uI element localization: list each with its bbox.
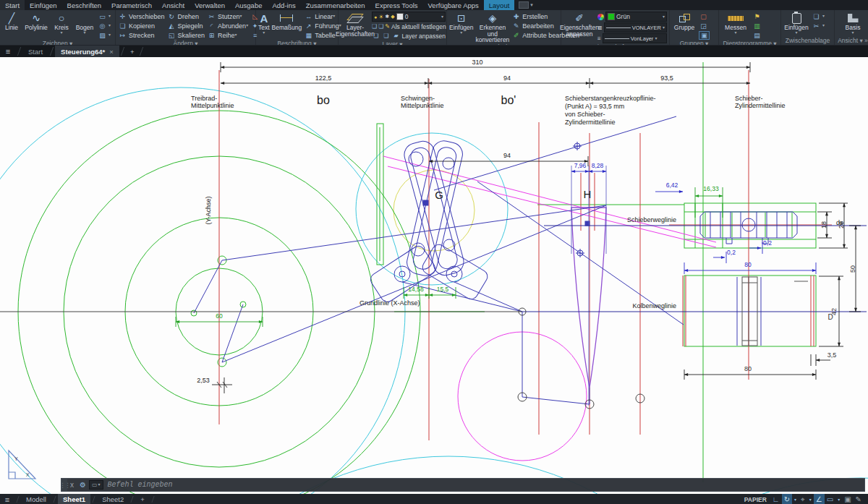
panel-title-beschriftung[interactable]: Beschriftung ▾ bbox=[256, 40, 338, 46]
annotation-monitor-icon[interactable]: ✎ bbox=[854, 494, 864, 504]
ribbon-tab-express-tools[interactable]: Express Tools bbox=[370, 0, 423, 10]
drawing-canvas[interactable]: Y X bbox=[0, 57, 868, 494]
gruppenauswahl-button[interactable]: ▣ bbox=[699, 30, 711, 40]
tab-sheet1[interactable]: Sheet1 bbox=[58, 494, 90, 504]
base-view-icon bbox=[848, 12, 859, 25]
panel-title-zwischenablage[interactable]: Zwischenablage bbox=[781, 37, 834, 45]
dynamic-input-icon[interactable]: ▭ bbox=[825, 494, 835, 504]
strecken-label: Strecken bbox=[129, 32, 155, 39]
polar-caret-icon[interactable]: ▾ bbox=[792, 494, 799, 504]
panel-title-gruppen[interactable]: Gruppen ▾ bbox=[670, 40, 718, 46]
polar-tracking-icon[interactable]: ↻ bbox=[782, 494, 792, 504]
spiegeln-button[interactable]: ◭Spiegeln bbox=[167, 21, 205, 30]
close-icon[interactable]: × bbox=[109, 48, 114, 56]
abrunden-button[interactable]: ◜Abrunden▾ bbox=[207, 21, 248, 30]
stutzen-button[interactable]: ✂Stutzen▾ bbox=[207, 12, 248, 21]
block-einfuegen-button[interactable]: ⊡Einfügen▾ bbox=[449, 12, 474, 35]
ellipse-button[interactable]: ◎▾ bbox=[98, 21, 111, 30]
schraffur-button[interactable]: ▨▾ bbox=[98, 30, 111, 40]
tab-modell[interactable]: Modell bbox=[21, 494, 51, 504]
erkennen-konvertieren-button[interactable]: ◈Erkennen und konvertieren bbox=[476, 12, 510, 43]
layer-eigenschaften-button[interactable]: Layer-Eigenschaften bbox=[341, 12, 370, 37]
ribbon-tab-verwalten[interactable]: Verwalten bbox=[190, 0, 230, 10]
gruppe-bearbeiten-button[interactable]: ◲ bbox=[699, 21, 711, 30]
ribbon-tab-beschriften[interactable]: Beschriften bbox=[62, 0, 107, 10]
doc-tab-steuerung64[interactable]: Steuerung64*× bbox=[55, 46, 119, 57]
osnap-caret-icon[interactable]: ▾ bbox=[807, 494, 814, 504]
panel-title-zeichnen[interactable]: Zeichnen ▾ bbox=[0, 40, 115, 46]
schnellauswahl-button[interactable]: ▥ bbox=[752, 21, 763, 30]
new-drawing-button[interactable]: + bbox=[126, 46, 139, 57]
layer-tool-icon: ❏ bbox=[382, 33, 391, 39]
recent-commands-button[interactable]: ▭▾ bbox=[89, 480, 103, 490]
kopieren-clip-button[interactable]: ❏▾ bbox=[812, 12, 825, 21]
ribbon-tab-zusammenarbeiten[interactable]: Zusammenarbeiten bbox=[301, 0, 370, 10]
als-aktuell-festlegen-button[interactable]: ❏❏✎Als aktuell festlegen bbox=[372, 22, 446, 31]
ribbon-tab-parametrisch[interactable]: Parametrisch bbox=[106, 0, 157, 10]
lineweight-select[interactable]: VonLayer▾ bbox=[603, 33, 667, 43]
ribbon-tab-ausgabe[interactable]: Ausgabe bbox=[230, 0, 268, 10]
panel-title-ansicht[interactable]: Ansicht ▾ » bbox=[835, 37, 868, 45]
text-button[interactable]: AText▾ bbox=[258, 12, 270, 35]
zwischenablage-einfuegen-button[interactable]: Einfügen▾ bbox=[783, 12, 809, 35]
layer-anpassen-button[interactable]: ❏❏▰Layer anpassen bbox=[372, 31, 446, 40]
ribbon-tab-einfuegen[interactable]: Einfügen bbox=[25, 0, 62, 10]
ribbon-tab-ansicht[interactable]: Ansicht bbox=[157, 0, 190, 10]
recent-commands-icon: ▭ bbox=[92, 482, 98, 488]
basis-button[interactable]: Basis▾ bbox=[841, 12, 865, 35]
wrench-icon[interactable]: ⚙ bbox=[77, 481, 89, 489]
rechteck-button[interactable]: ▭▾ bbox=[98, 12, 111, 21]
command-close-button[interactable]: x bbox=[67, 481, 77, 489]
reihe-button[interactable]: ⊞Reihe▾ bbox=[207, 30, 248, 40]
schnellrechner-button[interactable]: ▤ bbox=[752, 30, 763, 40]
ribbon-display-toggle[interactable]: ▾ bbox=[519, 0, 533, 10]
polylinie-button[interactable]: ∿Polylinie bbox=[23, 12, 49, 31]
paper-space-indicator[interactable]: PAPIER bbox=[741, 496, 770, 503]
bemassung-button[interactable]: Bemaßung bbox=[272, 12, 302, 31]
linie-button[interactable]: ╱Linie bbox=[2, 12, 21, 31]
skalieren-button[interactable]: ◱Skalieren bbox=[167, 30, 205, 40]
command-line[interactable]: ⋮⋮ x ⚙ ▭▾ Befehl eingeben bbox=[61, 478, 865, 492]
new-layout-button[interactable]: + bbox=[135, 494, 150, 504]
layer-select[interactable]: ● ☀ ✱ ◆ 0 ▾ bbox=[372, 12, 446, 22]
gruppe-button[interactable]: Gruppe bbox=[672, 12, 697, 31]
selection-cycling-icon[interactable]: ▣ bbox=[842, 494, 853, 504]
strecken-button[interactable]: ↦Strecken bbox=[118, 30, 165, 40]
command-grip-icon[interactable]: ⋮⋮ bbox=[61, 479, 67, 491]
doc-tab-start[interactable]: Start bbox=[22, 46, 48, 57]
gruppierung-aufheben-button[interactable]: ▢ bbox=[699, 12, 711, 21]
eigenschaften-anpassen-button[interactable]: ✐Eigenschaften anpassen bbox=[563, 12, 595, 37]
verschieben-button[interactable]: ✛Verschieben bbox=[118, 12, 165, 21]
dim-42: 42 bbox=[830, 308, 838, 315]
punkt-id-button[interactable]: ⚑ bbox=[752, 12, 763, 21]
panel-title-layer[interactable]: Layer ▾ bbox=[339, 40, 446, 46]
ribbon-tab-start[interactable]: Start bbox=[0, 0, 25, 10]
ortho-mode-icon[interactable]: ∟ bbox=[770, 494, 782, 504]
linear-button[interactable]: ↔Linear▾ bbox=[304, 12, 341, 21]
paste-icon bbox=[792, 12, 801, 25]
panel-gruppen: Gruppe ▢ ◲ ▣ Gruppen ▾ bbox=[670, 10, 719, 45]
kreis-button[interactable]: ○Kreis▾ bbox=[51, 12, 72, 35]
caret-icon: ▾ bbox=[822, 14, 825, 18]
tab-sheet2[interactable]: Sheet2 bbox=[97, 494, 129, 504]
id-point-icon: ⚑ bbox=[752, 13, 762, 20]
panel-title-dienstprogramme[interactable]: Dienstprogramme ▾ bbox=[719, 40, 780, 46]
ausschneiden-button[interactable]: ✂▾ bbox=[812, 21, 825, 30]
kopieren-button[interactable]: ❏Kopieren bbox=[118, 21, 165, 30]
panel-title-aendern[interactable]: Ändern ▾ bbox=[116, 40, 255, 46]
ribbon-tab-verfuegbare-apps[interactable]: Verfügbare Apps bbox=[423, 0, 484, 10]
angle-snap-icon[interactable]: ∠ bbox=[814, 494, 825, 504]
layout-menu-hamburger-icon[interactable]: ≡ bbox=[0, 495, 14, 504]
messen-button[interactable]: Messen▾ bbox=[721, 12, 750, 35]
command-prompt[interactable]: Befehl eingeben bbox=[108, 481, 173, 489]
bogen-button[interactable]: Bogen▾ bbox=[74, 12, 95, 35]
ribbon-tab-addins[interactable]: Add-ins bbox=[267, 0, 300, 10]
dim-16-33: 16,33 bbox=[703, 185, 719, 192]
color-select[interactable]: Grün▾ bbox=[605, 12, 667, 22]
linetype-select[interactable]: VONLAYER▾ bbox=[604, 22, 667, 33]
doc-menu-hamburger-icon[interactable]: ≡ bbox=[0, 46, 16, 57]
ribbon-tab-layout[interactable]: Layout bbox=[484, 0, 515, 10]
osnap-icon[interactable]: ⌖ bbox=[799, 494, 807, 504]
dyn-caret-icon[interactable]: ▾ bbox=[835, 494, 842, 504]
drehen-button[interactable]: ↻Drehen bbox=[167, 12, 205, 21]
